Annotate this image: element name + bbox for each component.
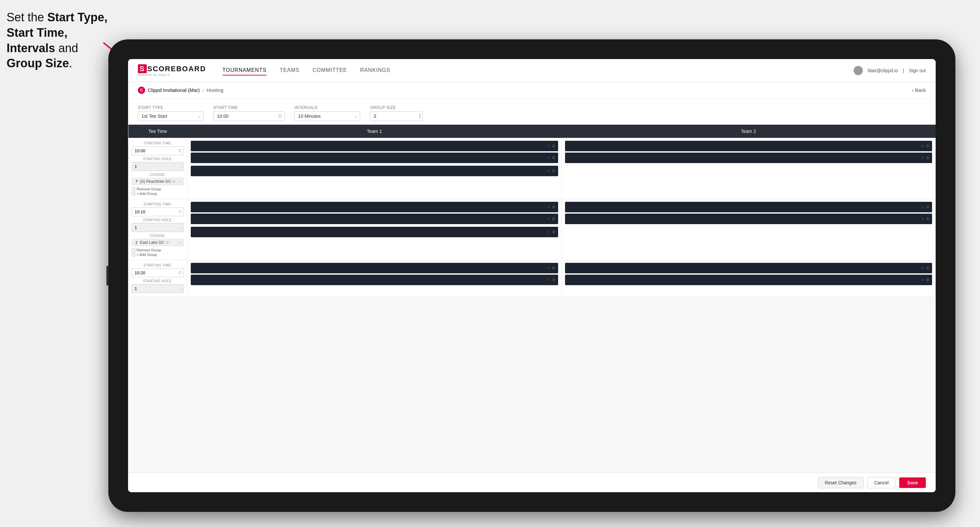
group-size-input[interactable] <box>370 111 423 121</box>
nav-rankings[interactable]: RANKINGS <box>360 66 390 75</box>
hole-input-wrap-2: 1 <box>132 223 184 232</box>
player-x-3-3[interactable]: × <box>547 230 550 234</box>
tablet-side-button <box>107 266 108 286</box>
start-type-wrapper: 1st Tee Start <box>138 111 204 121</box>
team1-cell-3: × ⚙ × ⚙ <box>188 260 562 297</box>
intervals-select[interactable]: 10 Minutes <box>294 111 360 121</box>
remove-group-1[interactable]: ○ Remove Group <box>132 187 184 191</box>
player-x-3-2[interactable]: × <box>547 217 550 221</box>
clock-icon: ⏱ <box>278 114 282 119</box>
tee-table: Tee Time Team 1 Team 2 STARTING TIME: ⏱ <box>128 125 935 297</box>
instruction-middle: and <box>55 41 78 55</box>
add-group-2[interactable]: + + Add Group <box>132 253 184 257</box>
instruction-bold4: Group Size <box>6 56 69 70</box>
team1-cell-1: × ⚙ × ⚙ × ⚙ <box>188 138 562 199</box>
hole-select-2[interactable]: 1 <box>132 223 184 232</box>
tee-group-2: STARTING TIME: ⏱ STARTING HOLE: 1 COURSE… <box>128 199 935 260</box>
start-type-field: Start Type 1st Tee Start <box>138 105 204 121</box>
config-row: Start Type 1st Tee Start Start Time ⏱ In… <box>128 98 935 125</box>
hole-label-1: STARTING HOLE: <box>132 157 184 161</box>
player-edit-3-2[interactable]: ⚙ <box>552 217 555 221</box>
hole-label-2: STARTING HOLE: <box>132 218 184 222</box>
nav-tournaments[interactable]: TOURNAMENTS <box>223 66 267 75</box>
player-row-3-3: × ⚙ <box>191 227 558 237</box>
player-row-3-1: × ⚙ <box>191 202 558 212</box>
table-area: Tee Time Team 1 Team 2 STARTING TIME: ⏱ <box>128 125 935 473</box>
player-row-6-2: × ⚙ <box>565 275 932 285</box>
footer-bar: Reset Changes Cancel Save <box>128 473 935 492</box>
add-icon-1: + <box>132 192 135 195</box>
player-row-4-1: × ⚙ <box>565 202 932 212</box>
player-edit-1-2[interactable]: ⚙ <box>552 156 555 160</box>
remove-icon-1: ○ <box>132 187 135 191</box>
save-button[interactable]: Save <box>899 478 926 488</box>
player-edit-3-3[interactable]: ⚙ <box>552 230 555 234</box>
player-x-2-1[interactable]: × <box>921 144 924 148</box>
add-group-1[interactable]: + + Add Group <box>132 192 184 195</box>
start-time-field: Start Time ⏱ <box>213 105 285 121</box>
start-type-select[interactable]: 1st Tee Start <box>138 111 204 121</box>
nav-sep: | <box>903 68 904 73</box>
player-edit-1-3[interactable]: ⚙ <box>552 169 555 173</box>
remove-group-2[interactable]: ○ Remove Group <box>132 248 184 252</box>
hole-select-3[interactable]: 1 <box>132 284 184 293</box>
player-edit-4-2[interactable]: ⚙ <box>926 217 929 221</box>
reset-button[interactable]: Reset Changes <box>818 477 864 488</box>
starting-time-label-2: STARTING TIME: <box>132 202 184 206</box>
spin-buttons: ▲ ▼ <box>418 114 421 119</box>
table-body: STARTING TIME: ⏱ STARTING HOLE: 1 COURSE… <box>128 138 935 297</box>
player-x-1-1[interactable]: × <box>547 144 550 148</box>
intervals-wrapper: 10 Minutes <box>294 111 360 121</box>
start-time-input[interactable] <box>213 111 285 121</box>
player-row-6-1: × ⚙ <box>565 263 932 273</box>
player-edit-6-1[interactable]: ⚙ <box>926 266 929 270</box>
spin-down[interactable]: ▼ <box>418 116 421 119</box>
course-remove-1[interactable]: × <box>179 179 181 183</box>
player-x-5-2[interactable]: × <box>547 278 550 282</box>
time-input-wrap-2: ⏱ <box>132 207 184 216</box>
hole-input-wrap-1: 1 <box>132 162 184 171</box>
hole-select-1[interactable]: 1 <box>132 162 184 171</box>
clock-icon-3: ⏱ <box>178 271 182 275</box>
player-x-6-2[interactable]: × <box>921 278 924 282</box>
course-settings-2[interactable]: ⚙ <box>166 241 169 245</box>
intervals-label: Intervals <box>294 105 360 110</box>
player-edit-2-1[interactable]: ⚙ <box>926 144 929 148</box>
sign-out-link[interactable]: Sign out <box>909 68 926 73</box>
intervals-field: Intervals 10 Minutes <box>294 105 360 121</box>
player-edit-3-1[interactable]: ⚙ <box>552 205 555 210</box>
time-input-3[interactable] <box>132 268 184 277</box>
player-edit-4-1[interactable]: ⚙ <box>926 205 929 210</box>
player-x-4-2[interactable]: × <box>921 217 924 221</box>
nav-committee[interactable]: COMMITTEE <box>313 66 347 75</box>
tee-time-cell-2: STARTING TIME: ⏱ STARTING HOLE: 1 COURSE… <box>128 199 188 260</box>
player-x-6-1[interactable]: × <box>921 266 924 270</box>
player-edit-5-2[interactable]: ⚙ <box>552 278 555 282</box>
course-settings-1[interactable]: ⚙ <box>172 179 176 184</box>
player-x-1-3[interactable]: × <box>547 169 550 173</box>
time-input-2[interactable] <box>132 207 184 216</box>
th-tee-time: Tee Time <box>128 125 188 138</box>
team2-cell-2: × ⚙ × ⚙ <box>562 199 935 260</box>
tee-group-1: STARTING TIME: ⏱ STARTING HOLE: 1 COURSE… <box>128 138 935 199</box>
player-edit-2-2[interactable]: ⚙ <box>926 156 929 160</box>
action-links-1: ○ Remove Group + + Add Group <box>132 187 184 195</box>
start-time-label: Start Time <box>213 105 285 110</box>
player-x-2-2[interactable]: × <box>921 156 924 160</box>
player-x-5-1[interactable]: × <box>547 266 550 270</box>
player-edit-6-2[interactable]: ⚙ <box>926 278 929 282</box>
player-x-1-2[interactable]: × <box>547 156 550 160</box>
course-remove-2[interactable]: × <box>179 241 181 244</box>
tournament-name[interactable]: Clippd Invitational (Mar) <box>148 87 200 93</box>
time-input-1[interactable] <box>132 146 184 155</box>
player-edit-1-1[interactable]: ⚙ <box>552 144 555 148</box>
nav-teams[interactable]: TEAMS <box>280 66 299 75</box>
instruction-text: Set the Start Type, Start Time, Interval… <box>6 10 108 71</box>
player-x-4-1[interactable]: × <box>921 205 924 210</box>
player-edit-5-1[interactable]: ⚙ <box>552 266 555 270</box>
cancel-button[interactable]: Cancel <box>867 477 896 488</box>
back-button[interactable]: Back <box>912 87 926 93</box>
player-x-3-1[interactable]: × <box>547 205 550 210</box>
course-icon-1: 📍 <box>135 180 138 183</box>
spin-up[interactable]: ▲ <box>418 114 421 116</box>
